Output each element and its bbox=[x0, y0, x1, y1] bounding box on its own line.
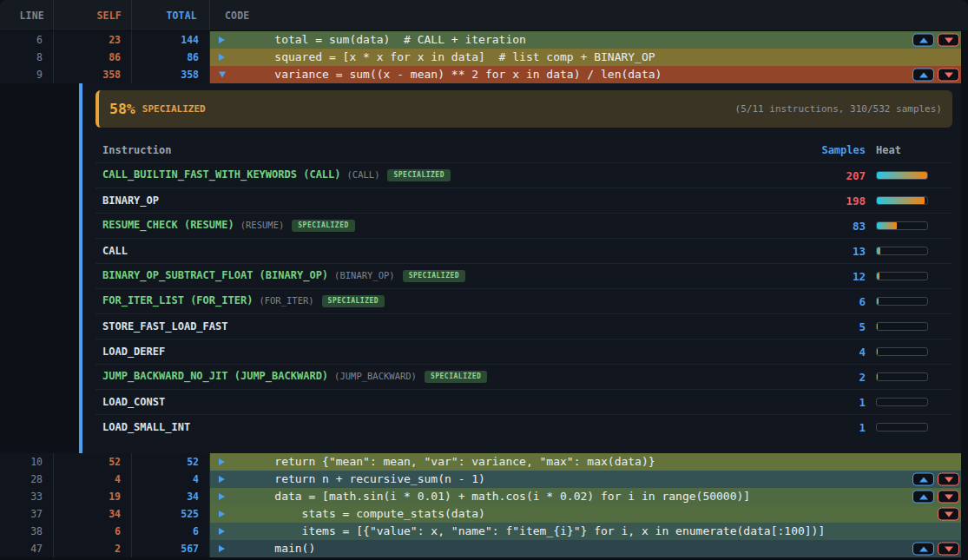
instruction-samples: 83 bbox=[761, 220, 866, 233]
source-code: squared = [x * x for x in data] # list c… bbox=[210, 49, 655, 66]
instruction-name-text: CALL_BUILTIN_FAST_WITH_KEYWORDS (CALL) bbox=[102, 168, 341, 181]
heat-bar-fill bbox=[877, 273, 879, 280]
expand-toggle-icon[interactable] bbox=[219, 528, 225, 535]
instruction-row: CALL_BUILTIN_FAST_WITH_KEYWORDS (CALL)(C… bbox=[95, 162, 952, 188]
code-line-row: 9 358 358 variance = sum((x - mean) ** 2… bbox=[0, 66, 961, 83]
code-cell[interactable]: return {"mean": mean, "var": variance, "… bbox=[210, 453, 961, 471]
total-samples: 4 bbox=[132, 471, 210, 488]
line-number: 8 bbox=[0, 49, 54, 66]
code-cell[interactable]: stats = compute_stats(data) bbox=[210, 505, 961, 523]
nav-buttons bbox=[912, 543, 959, 556]
heat-bar bbox=[876, 322, 928, 331]
instruction-column-header[interactable]: Instruction bbox=[102, 144, 761, 156]
jump-up-button[interactable] bbox=[912, 543, 934, 556]
source-code: main() bbox=[210, 540, 315, 557]
source-code: return n + recursive_sum(n - 1) bbox=[210, 471, 485, 488]
line-number: 10 bbox=[0, 453, 54, 471]
source-code: total = sum(data) # CALL + iteration bbox=[210, 31, 526, 49]
total-samples: 567 bbox=[132, 540, 210, 557]
code-cell[interactable]: total = sum(data) # CALL + iteration bbox=[210, 31, 961, 49]
total-samples: 358 bbox=[132, 66, 210, 83]
expand-toggle-icon[interactable] bbox=[219, 36, 225, 43]
instruction-samples: 13 bbox=[761, 245, 866, 258]
code-line-row: 28 4 4 return n + recursive_sum(n - 1) bbox=[0, 471, 961, 488]
self-samples: 34 bbox=[54, 505, 132, 523]
total-samples: 52 bbox=[132, 453, 210, 471]
code-cell[interactable]: return n + recursive_sum(n - 1) bbox=[210, 471, 961, 488]
arrow-down-icon bbox=[945, 37, 953, 43]
specialized-banner: 58% SPECIALIZED (5/11 instructions, 310/… bbox=[95, 90, 952, 128]
arrow-up-icon bbox=[919, 72, 928, 77]
jump-up-button[interactable] bbox=[912, 473, 934, 486]
code-line-row: 37 34 525 stats = compute_stats(data) bbox=[0, 505, 961, 523]
column-header-self[interactable]: SELF bbox=[54, 0, 132, 30]
source-code: variance = sum((x - mean) ** 2 for x in … bbox=[210, 66, 662, 83]
specialized-badge: SPECIALIZED bbox=[322, 295, 385, 307]
line-number: 37 bbox=[0, 505, 54, 523]
jump-down-button[interactable] bbox=[938, 491, 959, 504]
jump-down-button[interactable] bbox=[938, 34, 959, 47]
code-rows: 6 23 144 total = sum(data) # CALL + iter… bbox=[0, 31, 961, 557]
jump-down-button[interactable] bbox=[938, 543, 959, 556]
nav-buttons bbox=[912, 491, 959, 504]
expand-toggle-icon[interactable] bbox=[219, 493, 225, 500]
nav-buttons bbox=[912, 473, 959, 486]
instruction-row: LOAD_DEREF 4 bbox=[95, 339, 952, 364]
arrow-down-icon bbox=[945, 546, 953, 551]
nav-buttons bbox=[912, 69, 959, 82]
total-samples: 6 bbox=[132, 523, 210, 540]
instruction-name-text: STORE_FAST_LOAD_FAST bbox=[102, 320, 228, 333]
expand-toggle-icon[interactable] bbox=[219, 545, 225, 552]
instruction-name: LOAD_SMALL_INT bbox=[102, 421, 761, 433]
instruction-samples: 2 bbox=[761, 371, 866, 384]
heat-bar-fill bbox=[877, 197, 925, 204]
line-number: 38 bbox=[0, 523, 54, 540]
jump-up-button[interactable] bbox=[912, 69, 934, 82]
jump-up-button[interactable] bbox=[912, 491, 934, 504]
expand-toggle-icon[interactable] bbox=[219, 476, 225, 483]
heat-bar bbox=[876, 247, 928, 255]
arrow-down-icon bbox=[945, 494, 953, 499]
code-line-row: 33 19 34 data = [math.sin(i * 0.01) + ma… bbox=[0, 488, 961, 505]
instruction-generic-name: (RESUME) bbox=[240, 220, 285, 230]
heat-bar bbox=[876, 297, 928, 306]
code-cell[interactable]: items = [{"value": x, "name": f"item_{i}… bbox=[210, 523, 961, 540]
specialized-badge: SPECIALIZED bbox=[292, 220, 354, 232]
expand-toggle-icon[interactable] bbox=[219, 511, 225, 517]
instruction-row: FOR_ITER_LIST (FOR_ITER)(FOR_ITER)SPECIA… bbox=[95, 288, 952, 313]
instruction-samples: 12 bbox=[761, 270, 866, 283]
heat-bar-fill bbox=[877, 373, 878, 380]
column-header-total[interactable]: TOTAL bbox=[132, 0, 210, 30]
specialization-panel: 58% SPECIALIZED (5/11 instructions, 310/… bbox=[79, 83, 961, 453]
expand-toggle-icon[interactable] bbox=[219, 54, 225, 61]
samples-column-header[interactable]: Samples bbox=[761, 144, 866, 156]
instruction-name-text: LOAD_CONST bbox=[102, 396, 165, 408]
instruction-samples: 6 bbox=[761, 295, 866, 308]
heat-column-header[interactable]: Heat bbox=[876, 144, 928, 156]
specialized-badge: SPECIALIZED bbox=[403, 270, 465, 282]
jump-down-button[interactable] bbox=[938, 508, 959, 521]
self-samples: 19 bbox=[54, 488, 132, 505]
code-cell[interactable]: main() bbox=[210, 540, 961, 557]
heat-bar-fill bbox=[877, 348, 878, 355]
arrow-down-icon bbox=[945, 511, 953, 517]
instruction-name: STORE_FAST_LOAD_FAST bbox=[102, 320, 761, 333]
code-cell[interactable]: variance = sum((x - mean) ** 2 for x in … bbox=[210, 66, 961, 83]
expand-toggle-icon[interactable] bbox=[219, 458, 225, 465]
expand-toggle-icon[interactable] bbox=[219, 72, 226, 78]
line-number: 6 bbox=[0, 31, 54, 49]
instruction-name-text: CALL bbox=[102, 245, 128, 257]
instruction-generic-name: (FOR_ITER) bbox=[259, 295, 313, 306]
column-header-line[interactable]: LINE bbox=[0, 0, 54, 30]
column-header-code[interactable]: CODE bbox=[210, 0, 968, 30]
instruction-name: RESUME_CHECK (RESUME)(RESUME)SPECIALIZED bbox=[102, 219, 761, 233]
instruction-name: JUMP_BACKWARD_NO_JIT (JUMP_BACKWARD)(JUM… bbox=[102, 370, 761, 384]
heat-bar bbox=[876, 398, 928, 406]
code-cell[interactable]: data = [math.sin(i * 0.01) + math.cos(i … bbox=[210, 488, 961, 505]
jump-up-button[interactable] bbox=[912, 34, 934, 47]
jump-down-button[interactable] bbox=[938, 473, 959, 486]
heat-bar-fill bbox=[877, 172, 927, 179]
code-cell[interactable]: squared = [x * x for x in data] # list c… bbox=[210, 49, 961, 66]
jump-down-button[interactable] bbox=[938, 69, 959, 82]
nav-buttons bbox=[912, 34, 959, 47]
